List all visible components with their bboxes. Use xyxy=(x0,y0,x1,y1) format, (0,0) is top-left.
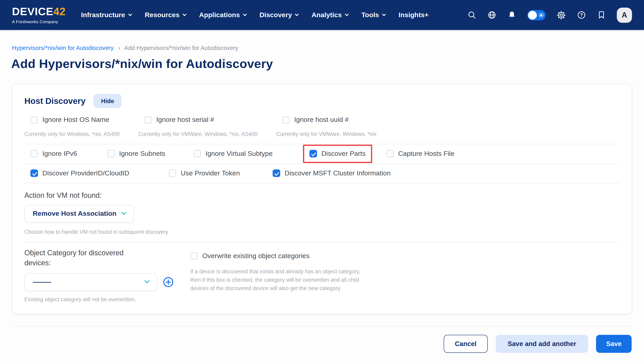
footer-divider xyxy=(12,326,632,326)
object-category-label: Object Category for discovered devices: xyxy=(25,248,136,268)
svg-text:?: ? xyxy=(580,12,583,18)
checkbox-ignore-subnets[interactable]: Ignore Subnets xyxy=(107,150,194,158)
checkbox[interactable] xyxy=(273,170,280,177)
help-icon[interactable]: ? xyxy=(577,10,586,20)
checkbox-row-2: Ignore IPv6 Ignore Subnets Ignore Virtua… xyxy=(25,144,619,163)
globe-icon[interactable] xyxy=(487,10,496,20)
helper-text: Currently only for Windows, *nix, AS400 xyxy=(25,131,138,137)
breadcrumb: Hypervisors/*nix/win for Autodiscovery ›… xyxy=(12,44,644,51)
checkbox-discover-msft-cluster[interactable]: Discover MSFT Cluster Information xyxy=(273,169,619,177)
device42-logo[interactable]: DEVICE42 A Freshworks Company xyxy=(12,6,66,24)
checkbox-ignore-host-os-name[interactable]: Ignore Host OS Name xyxy=(25,116,109,124)
checkbox-discover-providerid[interactable]: Discover ProviderID/CloudID xyxy=(30,169,169,177)
menu-infrastructure[interactable]: Infrastructure xyxy=(81,11,132,19)
section-title: Host Discovery xyxy=(25,96,86,106)
vm-action-select[interactable]: Remove Host Association xyxy=(25,205,134,222)
brand-wordmark: DEVICE42 xyxy=(12,6,66,17)
cancel-button[interactable]: Cancel xyxy=(444,335,488,353)
object-category-left: Object Category for discovered devices: … xyxy=(25,248,190,302)
object-category-section: Object Category for discovered devices: … xyxy=(25,248,619,302)
checkbox[interactable] xyxy=(144,116,152,124)
footer-actions: Cancel Save and add another Save xyxy=(13,335,631,353)
helper-text: Currently only for VMWare, Windows, *nix… xyxy=(138,131,276,137)
sun-icon xyxy=(538,12,544,20)
checkbox-ignore-host-uuid[interactable]: Ignore host uuid # xyxy=(276,116,349,124)
chevron-down-icon xyxy=(382,12,386,16)
checkbox[interactable] xyxy=(30,150,38,158)
gear-icon[interactable] xyxy=(556,10,566,20)
checkbox-use-provider-token[interactable]: Use Provider Token xyxy=(169,169,273,177)
chevron-down-icon xyxy=(345,12,349,16)
chevron-down-icon xyxy=(183,12,187,16)
checkbox-ignore-ipv6[interactable]: Ignore IPv6 xyxy=(30,150,107,158)
checkbox[interactable] xyxy=(107,150,115,158)
object-category-right: Overwrite existing object categories If … xyxy=(190,248,365,302)
chevron-down-icon xyxy=(144,278,149,283)
host-discovery-card: Host Discovery Hide Ignore Host OS Name … xyxy=(12,84,632,314)
discover-parts-highlight: Discover Parts xyxy=(303,144,372,163)
checkbox-row-1: Ignore Host OS Name Currently only for W… xyxy=(25,116,619,137)
checkbox-overwrite-categories[interactable]: Overwrite existing object categories xyxy=(190,252,310,260)
checkbox[interactable] xyxy=(309,150,317,158)
save-and-add-another-button[interactable]: Save and add another xyxy=(496,335,588,353)
brand-tagline: A Freshworks Company xyxy=(12,19,66,24)
checkbox-row-3: Discover ProviderID/CloudID Use Provider… xyxy=(25,164,619,183)
search-icon[interactable] xyxy=(467,10,476,20)
breadcrumb-current: Add Hypervisors/*nix/win for Autodiscove… xyxy=(124,44,238,51)
chevron-down-icon xyxy=(128,12,132,16)
menu-resources[interactable]: Resources xyxy=(145,11,186,19)
nav-actions: ? A xyxy=(467,8,632,22)
checkbox-ignore-virtual-subtype[interactable]: Ignore Virtual Subtype xyxy=(194,150,303,158)
checkbox[interactable] xyxy=(30,170,38,177)
menu-analytics[interactable]: Analytics xyxy=(312,11,348,19)
chevron-down-icon xyxy=(295,12,299,16)
avatar[interactable]: A xyxy=(617,8,632,22)
checkbox-ignore-host-serial[interactable]: Ignore host serial # xyxy=(138,116,214,124)
toggle-knob xyxy=(528,10,537,20)
checkbox[interactable] xyxy=(282,116,290,124)
checkbox[interactable] xyxy=(30,116,38,124)
overwrite-helper-text: If a device is discovered that exists an… xyxy=(190,268,365,293)
hide-button[interactable]: Hide xyxy=(94,94,122,108)
top-nav: DEVICE42 A Freshworks Company Infrastruc… xyxy=(0,0,644,30)
checkbox-capture-hosts-file[interactable]: Capture Hosts File xyxy=(386,150,619,158)
bell-icon[interactable] xyxy=(507,10,516,20)
checkbox[interactable] xyxy=(194,150,201,158)
menu-discovery[interactable]: Discovery xyxy=(259,11,298,19)
divider xyxy=(25,242,619,242)
main-menu: Infrastructure Resources Applications Di… xyxy=(81,11,428,19)
add-category-button[interactable] xyxy=(163,276,174,288)
field-ignore-host-os-name: Ignore Host OS Name Currently only for W… xyxy=(25,116,138,137)
breadcrumb-separator: › xyxy=(118,44,120,51)
helper-text: Currently only for VMWare, Windows, *nix xyxy=(276,131,619,137)
object-category-select[interactable]: ——— xyxy=(25,273,157,291)
field-ignore-host-serial: Ignore host serial # Currently only for … xyxy=(138,116,276,137)
breadcrumb-link[interactable]: Hypervisors/*nix/win for Autodiscovery xyxy=(12,44,114,51)
menu-tools[interactable]: Tools xyxy=(361,11,385,19)
menu-insights[interactable]: Insights+ xyxy=(399,11,428,19)
checkbox-discover-parts[interactable]: Discover Parts xyxy=(309,150,366,158)
divider xyxy=(25,183,619,183)
menu-applications[interactable]: Applications xyxy=(199,11,246,19)
theme-toggle[interactable] xyxy=(527,10,546,20)
page-title: Add Hypervisors/*nix/win for Autodiscove… xyxy=(11,57,644,71)
bookmark-icon[interactable] xyxy=(597,10,606,20)
chevron-down-icon xyxy=(243,12,247,16)
field-ignore-host-uuid: Ignore host uuid # Currently only for VM… xyxy=(276,116,619,137)
chevron-down-icon xyxy=(121,210,126,215)
page: DEVICE42 A Freshworks Company Infrastruc… xyxy=(0,0,644,364)
checkbox[interactable] xyxy=(190,252,198,260)
vm-action-label: Action for VM not found: xyxy=(25,191,619,200)
checkbox[interactable] xyxy=(386,150,394,158)
object-category-helper: Existing object category will not be ove… xyxy=(25,296,190,302)
checkbox[interactable] xyxy=(169,170,176,177)
save-button[interactable]: Save xyxy=(596,335,631,353)
vm-action-helper: Choose how to handle VM not found in sub… xyxy=(25,229,619,235)
empty-selection-dash: ——— xyxy=(33,278,50,286)
